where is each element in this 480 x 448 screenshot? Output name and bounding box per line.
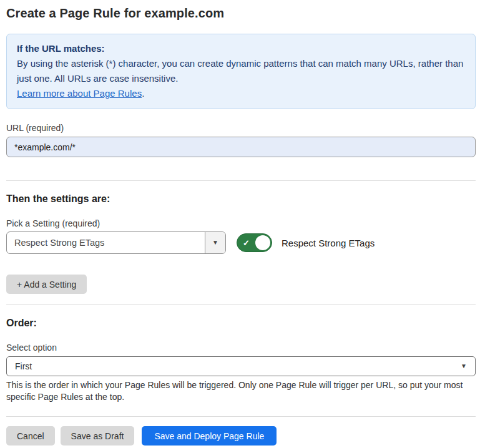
page-title: Create a Page Rule for example.com: [6, 6, 476, 21]
url-match-info-box: If the URL matches: By using the asteris…: [6, 34, 476, 109]
chevron-down-icon: ▼: [461, 363, 467, 369]
order-heading: Order:: [6, 318, 476, 329]
section-divider: [6, 304, 476, 305]
save-deploy-button[interactable]: Save and Deploy Page Rule: [142, 426, 277, 446]
footer-actions: Cancel Save as Draft Save and Deploy Pag…: [6, 426, 476, 446]
chevron-down-icon: ▼: [212, 240, 218, 246]
learn-more-link[interactable]: Learn more about Page Rules: [17, 88, 142, 99]
footer-divider: [6, 416, 476, 417]
toggle-label: Respect Strong ETags: [282, 238, 375, 248]
url-input[interactable]: [6, 137, 476, 157]
setting-select-arrow-button[interactable]: ▼: [205, 232, 225, 253]
setting-row: Respect Strong ETags ▼ ✓ Respect Strong …: [6, 231, 476, 254]
info-box-heading: If the URL matches:: [17, 41, 465, 56]
section-divider: [6, 180, 476, 181]
order-select[interactable]: First ▼: [6, 356, 476, 376]
check-icon: ✓: [243, 238, 250, 248]
create-page-rule-form: Create a Page Rule for example.com If th…: [0, 0, 480, 446]
info-box-body: By using the asterisk (*) character, you…: [17, 56, 465, 86]
cancel-button[interactable]: Cancel: [6, 426, 55, 446]
setting-select[interactable]: Respect Strong ETags ▼: [6, 231, 226, 254]
info-box-link-line: Learn more about Page Rules.: [17, 86, 465, 101]
order-select-value: First: [15, 361, 461, 371]
link-suffix: .: [142, 88, 144, 99]
add-setting-button[interactable]: + Add a Setting: [6, 275, 87, 294]
order-help-text: This is the order in which your Page Rul…: [6, 379, 476, 403]
save-draft-button[interactable]: Save as Draft: [61, 426, 135, 446]
pick-setting-label: Pick a Setting (required): [6, 218, 476, 228]
setting-select-value: Respect Strong ETags: [7, 238, 205, 248]
toggle-knob: [255, 235, 270, 250]
order-select-label: Select option: [6, 343, 476, 353]
etags-toggle[interactable]: ✓: [237, 233, 272, 252]
settings-heading: Then the settings are:: [6, 193, 476, 205]
url-field-label: URL (required): [6, 123, 476, 133]
